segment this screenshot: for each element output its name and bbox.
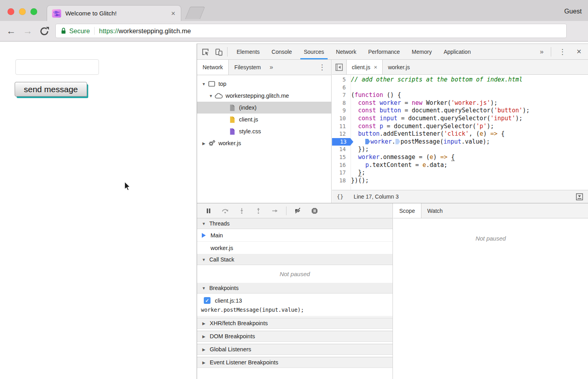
inspect-element-icon[interactable] <box>200 47 211 57</box>
call-stack-section-header[interactable]: ▼ Call Stack <box>197 254 393 265</box>
navigator-tab-filesystem[interactable]: Filesystem <box>229 60 266 75</box>
code-line[interactable]: 13 worker.postMessage(input.value); <box>332 138 588 146</box>
breakpoints-section-header[interactable]: ▼ Breakpoints <box>197 283 393 294</box>
close-window-button[interactable] <box>8 8 14 15</box>
line-number[interactable]: 14 <box>332 146 351 153</box>
devtools-tab-network[interactable]: Network <box>330 44 362 59</box>
step-icon[interactable] <box>268 206 281 216</box>
line-number[interactable]: 9 <box>332 107 351 115</box>
line-number[interactable]: 10 <box>332 115 351 123</box>
code-line[interactable]: 16 p.textContent = e.data; <box>332 161 588 169</box>
navigator-more-tabs-icon[interactable]: » <box>266 60 276 75</box>
message-input[interactable] <box>15 59 99 75</box>
devtools-tab-application[interactable]: Application <box>438 44 477 59</box>
tree-item-workerstepping-glitch-me[interactable]: ▼workerstepping.glitch.me <box>197 90 331 102</box>
tree-item-client-js[interactable]: client.js <box>197 114 331 125</box>
browser-tab[interactable]: Welcome to Glitch! × <box>47 5 181 21</box>
breakpoint-checkbox[interactable]: ✓ <box>204 297 211 304</box>
line-number[interactable]: 11 <box>332 123 351 131</box>
line-number[interactable]: 12 <box>332 130 351 138</box>
navigator-menu-icon[interactable]: ⋮ <box>313 60 331 75</box>
pause-on-exceptions-icon[interactable] <box>308 206 321 216</box>
line-number[interactable]: 8 <box>332 99 351 107</box>
code-line[interactable]: 5// add other scripts at the bottom of i… <box>332 76 588 84</box>
thread-main[interactable]: Main <box>197 229 393 242</box>
secure-lock-icon[interactable] <box>61 27 66 35</box>
line-number[interactable]: 17 <box>332 169 351 177</box>
device-toolbar-icon[interactable] <box>214 47 224 57</box>
inline-breakpoint-marker-icon[interactable] <box>365 139 370 144</box>
close-tab-icon[interactable]: × <box>374 64 377 70</box>
step-out-icon[interactable] <box>252 206 265 216</box>
section-xhr-fetch-breakpoints[interactable]: ▶XHR/fetch Breakpoints <box>197 318 393 329</box>
reload-icon[interactable] <box>39 26 49 38</box>
url-text[interactable]: https://workerstepping.glitch.me <box>99 27 191 35</box>
code-line-content: const worker = new Worker('worker.js'); <box>351 99 497 107</box>
devtools-menu-icon[interactable]: ⋮ <box>554 47 571 56</box>
step-into-icon[interactable] <box>235 206 248 216</box>
new-tab-button[interactable] <box>185 7 205 19</box>
breakpoint-location-label[interactable]: client.js:13 <box>215 298 242 304</box>
step-over-icon[interactable] <box>218 206 231 216</box>
pause-script-icon[interactable] <box>202 206 215 216</box>
more-tabs-icon[interactable]: » <box>536 48 547 56</box>
tree-item-style-css[interactable]: style.css <box>197 125 331 137</box>
hide-navigator-icon[interactable] <box>332 60 346 74</box>
editor-tab-worker-js[interactable]: worker.js <box>383 60 415 74</box>
code-line[interactable]: 11 const p = document.querySelector('p')… <box>332 123 588 131</box>
code-line[interactable]: 9 const button = document.querySelector(… <box>332 107 588 115</box>
toolbar-divider <box>551 47 551 57</box>
file-tree: ▼top▼workerstepping.glitch.me(index)clie… <box>197 75 331 149</box>
line-number[interactable]: 15 <box>332 153 351 161</box>
tree-item-top[interactable]: ▼top <box>197 78 331 90</box>
breakpoint-entry[interactable]: ✓ client.js:13 worker.postMessage(input.… <box>197 294 393 316</box>
line-number[interactable]: 6 <box>332 84 351 92</box>
navigator-tab-network[interactable]: Network <box>197 60 229 75</box>
line-number[interactable]: 18 <box>332 177 351 185</box>
devtools-tab-memory[interactable]: Memory <box>406 44 438 59</box>
tree-item-index[interactable]: (index) <box>197 102 331 114</box>
threads-section-header[interactable]: ▼ Threads <box>197 218 393 229</box>
line-number[interactable]: 7 <box>332 91 351 99</box>
devtools-tab-performance[interactable]: Performance <box>362 44 406 59</box>
code-line[interactable]: 18})(); <box>332 177 588 185</box>
devtools-close-icon[interactable]: ✕ <box>571 48 588 55</box>
devtools-tab-elements[interactable]: Elements <box>231 44 266 59</box>
code-line[interactable]: 15 worker.onmessage = (e) => { <box>332 153 588 161</box>
code-line[interactable]: 6 <box>332 84 588 92</box>
sidebar-tab-scope[interactable]: Scope <box>393 203 421 218</box>
forward-icon[interactable]: → <box>23 25 32 36</box>
code-line[interactable]: 8 const worker = new Worker('worker.js')… <box>332 99 588 107</box>
send-message-button[interactable]: send message <box>15 82 87 97</box>
pretty-print-icon[interactable]: {} <box>337 193 343 200</box>
section-event-listener-breakpoints[interactable]: ▶Event Listener Breakpoints <box>197 357 393 368</box>
code-line[interactable]: 17 }; <box>332 169 588 177</box>
address-bar[interactable]: Secure https://workerstepping.glitch.me <box>55 24 567 38</box>
sidebar-tab-watch[interactable]: Watch <box>421 203 449 218</box>
devtools-tab-sources[interactable]: Sources <box>298 44 330 59</box>
inline-breakpoint-marker-icon[interactable] <box>395 139 400 144</box>
thread-worker-js[interactable]: worker.js <box>197 242 393 254</box>
code-line[interactable]: 12 button.addEventListener('click', (e) … <box>332 130 588 138</box>
code-line[interactable]: 7(function () { <box>332 91 588 99</box>
back-icon[interactable]: ← <box>6 25 16 36</box>
devtools-tabbar: ElementsConsoleSourcesNetworkPerformance… <box>197 44 588 60</box>
section-global-listeners[interactable]: ▶Global Listeners <box>197 344 393 355</box>
editor-tab-client-js[interactable]: client.js× <box>346 60 383 74</box>
breakpoint-line-number[interactable]: 13 <box>332 138 353 146</box>
code-editor[interactable]: 5// add other scripts at the bottom of i… <box>332 75 588 190</box>
section-dom-breakpoints[interactable]: ▶DOM Breakpoints <box>197 331 393 342</box>
line-number[interactable]: 16 <box>332 161 351 169</box>
line-number[interactable]: 5 <box>332 76 351 84</box>
minimize-window-button[interactable] <box>19 8 26 15</box>
code-line[interactable]: 14 }); <box>332 146 588 153</box>
devtools-tab-console[interactable]: Console <box>266 44 298 59</box>
tab-close-icon[interactable]: × <box>170 10 176 17</box>
code-line[interactable]: 10 const input = document.querySelector(… <box>332 115 588 123</box>
code-line-content: }; <box>351 169 365 177</box>
tree-item-worker-js[interactable]: ▶worker.js <box>197 137 331 149</box>
deactivate-breakpoints-icon[interactable] <box>291 206 304 216</box>
secure-label[interactable]: Secure <box>69 27 90 35</box>
jump-to-source-icon[interactable] <box>576 193 583 201</box>
zoom-window-button[interactable] <box>30 8 37 15</box>
